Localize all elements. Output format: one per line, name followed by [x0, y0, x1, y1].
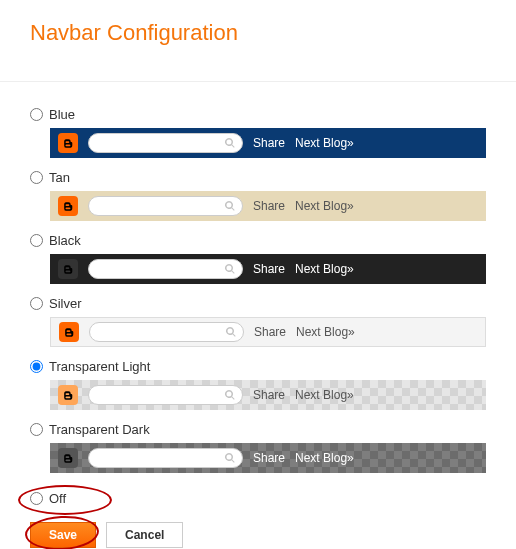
- option-label-black: Black: [49, 233, 81, 248]
- radio-silver[interactable]: [30, 297, 43, 310]
- preview-transparent-light: Share Next Blog»: [50, 380, 486, 410]
- option-silver[interactable]: Silver: [30, 296, 486, 311]
- page-title: Navbar Configuration: [30, 20, 486, 46]
- search-input[interactable]: [88, 259, 243, 279]
- search-icon: [224, 200, 236, 212]
- share-link[interactable]: Share: [253, 388, 285, 402]
- preview-tan: Share Next Blog»: [50, 191, 486, 221]
- option-black[interactable]: Black: [30, 233, 486, 248]
- search-input[interactable]: [88, 448, 243, 468]
- next-blog-link[interactable]: Next Blog»: [295, 262, 354, 276]
- blogger-icon: [58, 385, 78, 405]
- search-icon: [224, 389, 236, 401]
- preview-black: Share Next Blog»: [50, 254, 486, 284]
- next-blog-link[interactable]: Next Blog»: [295, 199, 354, 213]
- search-icon: [225, 326, 237, 338]
- option-transparent-light[interactable]: Transparent Light: [30, 359, 486, 374]
- option-label-blue: Blue: [49, 107, 75, 122]
- share-link[interactable]: Share: [254, 325, 286, 339]
- option-transparent-dark[interactable]: Transparent Dark: [30, 422, 486, 437]
- divider: [0, 81, 516, 82]
- option-label-tlight: Transparent Light: [49, 359, 150, 374]
- preview-silver: Share Next Blog»: [50, 317, 486, 347]
- blogger-icon: [58, 196, 78, 216]
- blogger-icon: [58, 133, 78, 153]
- search-input[interactable]: [88, 385, 243, 405]
- option-label-off: Off: [49, 491, 66, 506]
- option-tan[interactable]: Tan: [30, 170, 486, 185]
- radio-blue[interactable]: [30, 108, 43, 121]
- share-link[interactable]: Share: [253, 199, 285, 213]
- radio-transparent-light[interactable]: [30, 360, 43, 373]
- search-icon: [224, 263, 236, 275]
- share-link[interactable]: Share: [253, 262, 285, 276]
- next-blog-link[interactable]: Next Blog»: [296, 325, 355, 339]
- radio-transparent-dark[interactable]: [30, 423, 43, 436]
- radio-black[interactable]: [30, 234, 43, 247]
- option-blue[interactable]: Blue: [30, 107, 486, 122]
- blogger-icon: [59, 322, 79, 342]
- search-icon: [224, 452, 236, 464]
- radio-off[interactable]: [30, 492, 43, 505]
- search-input[interactable]: [88, 133, 243, 153]
- cancel-button[interactable]: Cancel: [106, 522, 183, 548]
- option-label-silver: Silver: [49, 296, 82, 311]
- search-input[interactable]: [88, 196, 243, 216]
- option-off[interactable]: Off: [30, 491, 66, 506]
- option-label-tdark: Transparent Dark: [49, 422, 150, 437]
- next-blog-link[interactable]: Next Blog»: [295, 451, 354, 465]
- blogger-icon: [58, 448, 78, 468]
- search-icon: [224, 137, 236, 149]
- next-blog-link[interactable]: Next Blog»: [295, 388, 354, 402]
- preview-blue: Share Next Blog»: [50, 128, 486, 158]
- next-blog-link[interactable]: Next Blog»: [295, 136, 354, 150]
- blogger-icon: [58, 259, 78, 279]
- search-input[interactable]: [89, 322, 244, 342]
- preview-transparent-dark: Share Next Blog»: [50, 443, 486, 473]
- share-link[interactable]: Share: [253, 136, 285, 150]
- option-label-tan: Tan: [49, 170, 70, 185]
- save-button[interactable]: Save: [30, 522, 96, 548]
- radio-tan[interactable]: [30, 171, 43, 184]
- share-link[interactable]: Share: [253, 451, 285, 465]
